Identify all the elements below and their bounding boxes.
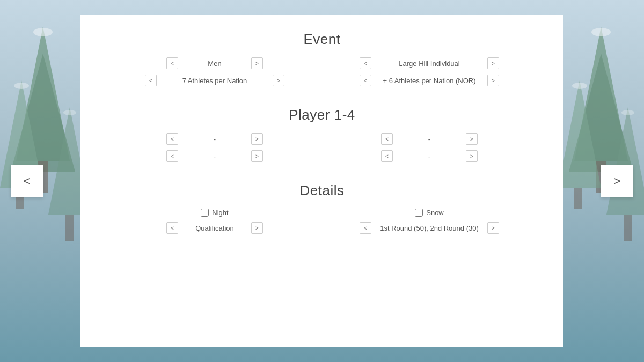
night-checkbox-wrap: Night [201,209,228,217]
sep-1 [107,92,537,107]
player4-value: - [397,152,462,160]
player2-next[interactable]: > [466,133,478,145]
event-row-2: < 7 Athletes per Nation > < + 6 Athletes… [107,75,537,86]
night-checkbox[interactable] [201,209,209,217]
left-arrow-label: < [24,174,31,188]
svg-point-8 [14,83,29,89]
player4-prev[interactable]: < [381,150,393,162]
details-round-type-group: < Qualification > [107,222,322,234]
event-nor-value: + 6 Athletes per Nation (NOR) [376,77,483,85]
round-scores-next[interactable]: > [487,222,499,234]
details-snow-group: Snow [322,209,537,217]
svg-point-7 [33,28,53,36]
player3-prev[interactable]: < [166,150,178,162]
night-label: Night [212,209,228,217]
main-panel: Event < Men > < Large Hill Individual > … [80,15,564,347]
event-men-value: Men [182,60,247,68]
player1-next[interactable]: > [251,133,263,145]
round-scores-prev[interactable]: < [360,222,371,234]
details-round-scores-group: < 1st Round (50), 2nd Round (30) > [322,222,537,234]
svg-rect-16 [624,215,632,241]
player-row2-left: < - > [107,150,322,162]
player1-value: - [182,135,247,143]
player-row-1: < - > < - > [107,133,537,145]
player2-value: - [397,135,462,143]
nav-arrow-right[interactable]: > [601,165,633,197]
event-men-next[interactable]: > [251,57,263,69]
player-title: Player 1-4 [107,107,537,123]
event-hill-next[interactable]: > [487,57,499,69]
svg-point-9 [63,110,76,115]
right-arrow-label: > [614,174,621,188]
event-nor-next[interactable]: > [487,75,499,86]
details-rounds-row: < Qualification > < 1st Round (50), 2nd … [107,222,537,234]
player-row1-right: < - > [322,133,537,145]
event-athletes-value: 7 Athletes per Nation [161,77,268,85]
player-row-2: < - > < - > [107,150,537,162]
event-hill-value: Large Hill Individual [376,60,483,68]
event-row2-left: < 7 Athletes per Nation > [107,75,322,86]
details-checkbox-row: Night Snow [107,209,537,217]
event-row1-right: < Large Hill Individual > [322,57,537,69]
snow-checkbox[interactable] [415,209,423,217]
event-nor-prev[interactable]: < [360,75,371,86]
event-row-1: < Men > < Large Hill Individual > [107,57,537,69]
snow-label: Snow [426,209,444,217]
round-type-next[interactable]: > [251,222,263,234]
nav-arrow-left[interactable]: < [11,165,43,197]
sep-2 [107,167,537,182]
snow-checkbox-wrap: Snow [415,209,444,217]
player-row1-left: < - > [107,133,322,145]
player3-next[interactable]: > [251,150,263,162]
event-athletes-prev[interactable]: < [145,75,157,86]
event-section: Event < Men > < Large Hill Individual > … [107,31,537,86]
event-title: Event [107,31,537,48]
svg-point-17 [591,28,611,36]
svg-rect-6 [65,215,74,241]
svg-rect-14 [574,188,582,209]
svg-point-19 [621,110,634,115]
event-row2-right: < + 6 Athletes per Nation (NOR) > [322,75,537,86]
event-row1-left: < Men > [107,57,322,69]
details-night-group: Night [107,209,322,217]
round-type-prev[interactable]: < [166,222,178,234]
details-title: Details [107,182,537,199]
event-men-prev[interactable]: < [166,57,178,69]
player1-prev[interactable]: < [166,133,178,145]
event-athletes-next[interactable]: > [273,75,284,86]
svg-point-18 [572,83,587,89]
player2-prev[interactable]: < [381,133,393,145]
event-hill-prev[interactable]: < [360,57,371,69]
round-type-value: Qualification [182,224,247,232]
player4-next[interactable]: > [466,150,478,162]
round-scores-value: 1st Round (50), 2nd Round (30) [376,224,483,232]
player-row2-right: < - > [322,150,537,162]
details-section: Details Night Snow < Qualification > [107,182,537,234]
player3-value: - [182,152,247,160]
player-section: Player 1-4 < - > < - > < - > < - [107,107,537,162]
